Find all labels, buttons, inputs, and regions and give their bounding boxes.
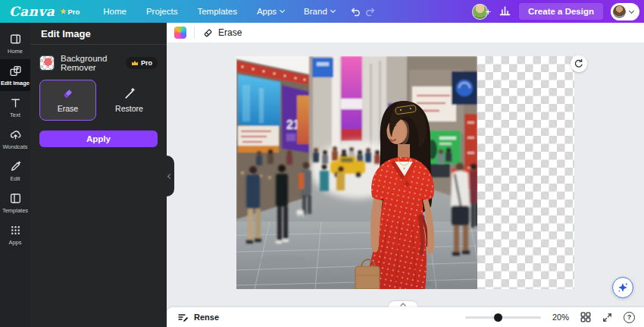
eraser-icon (202, 27, 214, 39)
sidebar-item-templates[interactable]: Templates (0, 187, 30, 219)
notes-button[interactable]: Rense (177, 312, 219, 323)
home-icon (9, 33, 22, 46)
undo-icon (349, 5, 361, 17)
chevron-down-icon (280, 8, 285, 13)
zoom-slider[interactable] (465, 313, 541, 322)
background-remover-icon (39, 55, 55, 71)
pro-pill: Pro (126, 57, 158, 69)
canva-app: Canva ★ Pro Home Projects Templates Apps… (0, 0, 644, 327)
pro-badge: ★ Pro (60, 8, 80, 16)
restore-mode-button[interactable]: Restore (101, 80, 158, 121)
create-design-button[interactable]: Create a Design (519, 3, 603, 20)
help-button[interactable]: ? (624, 312, 635, 323)
text-icon (9, 96, 22, 109)
chevron-left-icon (167, 173, 173, 178)
add-member-icon[interactable]: + (485, 6, 491, 17)
apply-button[interactable]: Apply (39, 130, 158, 147)
erase-tool-label: Erase (218, 27, 242, 38)
pro-pill-label: Pro (141, 59, 152, 67)
nav-projects[interactable]: Projects (136, 0, 188, 23)
panel-collapse-handle[interactable] (167, 156, 174, 197)
edit-image-panel: Edit Image Background Remover Pro Erase … (30, 23, 167, 327)
grid-view-icon (580, 312, 591, 322)
main-menu: Home Projects Templates Apps Brand (93, 0, 345, 23)
erase-mode-button[interactable]: Erase (39, 80, 96, 121)
chevron-down-icon (629, 8, 634, 13)
chart-icon (499, 4, 511, 17)
nav-home[interactable]: Home (93, 0, 136, 23)
expand-bottom-panel[interactable] (389, 301, 417, 307)
sidebar-item-apps[interactable]: Apps (0, 219, 30, 250)
pencil-icon (9, 160, 22, 173)
panel-title: Edit Image (30, 23, 167, 45)
pro-badge-label: Pro (67, 8, 80, 16)
star-icon: ★ (60, 8, 66, 15)
context-toolbar: Erase (167, 23, 644, 43)
status-bar: Rense 20% ? (167, 307, 644, 327)
eraser-icon (61, 87, 74, 100)
pages-grid-button[interactable] (580, 312, 591, 322)
upload-cloud-icon (9, 128, 22, 141)
color-swatch[interactable] (174, 27, 186, 39)
fullscreen-button[interactable] (602, 313, 612, 322)
redo-button[interactable] (364, 5, 377, 17)
icon-rail: Home Edit Image Text Wondcats Edit Templ… (0, 23, 30, 327)
chevron-down-icon (330, 8, 336, 13)
crown-icon (131, 60, 139, 66)
sparkle-icon (617, 281, 629, 294)
canva-logo[interactable]: Canva (9, 4, 55, 19)
top-navbar: Canva ★ Pro Home Projects Templates Apps… (0, 0, 644, 23)
edited-image[interactable]: 21 (236, 56, 574, 289)
mode-selector: Erase Restore (39, 80, 158, 121)
tool-name: Background Remover (61, 54, 120, 72)
sidebar-item-edit-image[interactable]: Edit Image (0, 59, 30, 91)
chart-button[interactable] (499, 4, 511, 20)
notes-icon (177, 312, 189, 323)
nav-brand[interactable]: Brand (294, 0, 345, 23)
divider (194, 27, 195, 39)
history-controls (349, 5, 377, 17)
background-remover-row[interactable]: Background Remover Pro (39, 54, 158, 72)
workspace: Erase (167, 23, 644, 327)
undo-button[interactable] (349, 5, 361, 17)
edit-image-icon (9, 64, 22, 77)
nav-templates[interactable]: Templates (187, 0, 246, 23)
sidebar-item-text[interactable]: Text (0, 91, 30, 123)
erased-region[interactable] (477, 56, 574, 289)
question-mark-icon: ? (627, 313, 632, 321)
sidebar-item-wondcats[interactable]: Wondcats (0, 123, 30, 155)
erase-tool-button[interactable]: Erase (202, 27, 242, 39)
nav-apps[interactable]: Apps (247, 0, 294, 23)
wand-icon (123, 87, 136, 100)
apps-grid-icon (9, 224, 22, 237)
zoom-level: 20% (552, 313, 569, 322)
refresh-icon (574, 58, 584, 69)
redo-icon (364, 5, 377, 17)
chevron-up-icon (399, 302, 408, 307)
sidebar-item-home[interactable]: Home (0, 27, 30, 59)
notes-label: Rense (194, 313, 219, 322)
zoom-slider-knob[interactable] (494, 313, 502, 322)
photo[interactable]: 21 (236, 56, 477, 289)
templates-icon (9, 192, 22, 205)
regenerate-button[interactable] (571, 55, 587, 72)
zoom-slider-track[interactable] (465, 316, 541, 319)
sidebar-item-edit[interactable]: Edit (0, 155, 30, 187)
assistant-button[interactable] (612, 277, 633, 298)
account-menu[interactable] (611, 3, 639, 20)
expand-icon (602, 313, 612, 322)
user-avatar (613, 5, 626, 18)
canvas-area[interactable]: 21 (167, 43, 644, 307)
